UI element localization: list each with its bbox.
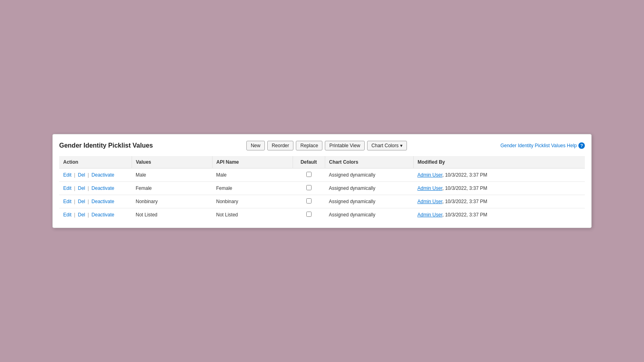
sep1-0: | (74, 172, 75, 178)
reorder-button[interactable]: Reorder (267, 141, 293, 150)
modified-cell-1: Admin User, 10/3/2022, 3:37 PM (413, 182, 585, 195)
dropdown-arrow-icon: ▾ (400, 143, 402, 148)
api-cell-1: Female (212, 182, 293, 195)
del-link-0[interactable]: Del (78, 172, 85, 178)
admin-user-link-0[interactable]: Admin User (417, 172, 442, 178)
edit-link-0[interactable]: Edit (63, 172, 72, 178)
deactivate-link-0[interactable]: Deactivate (91, 172, 114, 178)
admin-user-link-3[interactable]: Admin User (417, 212, 442, 218)
deactivate-link-3[interactable]: Deactivate (91, 212, 114, 218)
col-header-chart: Chart Colors (325, 156, 413, 169)
default-checkbox-0[interactable] (306, 172, 312, 177)
sep2-0: | (88, 172, 89, 178)
table-row: Edit | Del | Deactivate FemaleFemaleAssi… (59, 182, 585, 195)
help-link[interactable]: Gender Identity Picklist Values Help ? (500, 142, 585, 149)
panel-header: Gender Identity Picklist Values New Reor… (59, 141, 585, 150)
deactivate-link-2[interactable]: Deactivate (91, 199, 114, 204)
value-cell-3: Not Listed (132, 208, 212, 222)
panel-title: Gender Identity Picklist Values (59, 142, 153, 149)
admin-user-link-1[interactable]: Admin User (417, 185, 442, 191)
admin-user-link-2[interactable]: Admin User (417, 199, 442, 204)
col-header-modified: Modified By (413, 156, 585, 169)
col-header-action: Action (59, 156, 132, 169)
chart-colors-button[interactable]: Chart Colors ▾ (367, 141, 407, 150)
col-header-api: API Name (212, 156, 293, 169)
default-checkbox-3[interactable] (306, 212, 312, 217)
picklist-panel: Gender Identity Picklist Values New Reor… (52, 134, 592, 228)
chart-cell-1: Assigned dynamically (325, 182, 413, 195)
new-button[interactable]: New (246, 141, 265, 150)
chart-cell-2: Assigned dynamically (325, 195, 413, 208)
help-icon: ? (578, 142, 585, 149)
modified-cell-2: Admin User, 10/3/2022, 3:37 PM (413, 195, 585, 208)
edit-link-1[interactable]: Edit (63, 185, 72, 191)
printable-view-button[interactable]: Printable View (325, 141, 365, 150)
api-cell-2: Nonbinary (212, 195, 293, 208)
api-cell-0: Male (212, 169, 293, 182)
modified-cell-3: Admin User, 10/3/2022, 3:37 PM (413, 208, 585, 222)
toolbar: New Reorder Replace Printable View Chart… (246, 141, 407, 150)
default-checkbox-2[interactable] (306, 198, 312, 204)
header-right: Gender Identity Picklist Values Help ? (500, 142, 585, 149)
chart-cell-3: Assigned dynamically (325, 208, 413, 222)
table-body: Edit | Del | Deactivate MaleMaleAssigned… (59, 169, 585, 222)
table-row: Edit | Del | Deactivate MaleMaleAssigned… (59, 169, 585, 182)
value-cell-0: Male (132, 169, 212, 182)
chart-cell-0: Assigned dynamically (325, 169, 413, 182)
value-cell-1: Female (132, 182, 212, 195)
col-header-values: Values (132, 156, 212, 169)
del-link-1[interactable]: Del (78, 185, 85, 191)
edit-link-2[interactable]: Edit (63, 199, 72, 204)
sep2-3: | (88, 212, 89, 218)
default-cell-2 (293, 195, 325, 208)
deactivate-link-1[interactable]: Deactivate (91, 185, 114, 191)
del-link-3[interactable]: Del (78, 212, 85, 218)
default-cell-3 (293, 208, 325, 222)
sep2-2: | (88, 199, 89, 204)
table-header: Action Values API Name Default Chart Col… (59, 156, 585, 169)
replace-button[interactable]: Replace (296, 141, 322, 150)
default-cell-1 (293, 182, 325, 195)
value-cell-2: Nonbinary (132, 195, 212, 208)
edit-link-3[interactable]: Edit (63, 212, 72, 218)
del-link-2[interactable]: Del (78, 199, 85, 204)
sep1-2: | (74, 199, 75, 204)
sep1-1: | (74, 185, 75, 191)
default-cell-0 (293, 169, 325, 182)
modified-cell-0: Admin User, 10/3/2022, 3:37 PM (413, 169, 585, 182)
sep1-3: | (74, 212, 75, 218)
picklist-table: Action Values API Name Default Chart Col… (59, 156, 585, 221)
table-row: Edit | Del | Deactivate Not ListedNot Li… (59, 208, 585, 222)
col-header-default: Default (293, 156, 325, 169)
sep2-1: | (88, 185, 89, 191)
api-cell-3: Not Listed (212, 208, 293, 222)
default-checkbox-1[interactable] (306, 185, 312, 190)
table-row: Edit | Del | Deactivate NonbinaryNonbina… (59, 195, 585, 208)
